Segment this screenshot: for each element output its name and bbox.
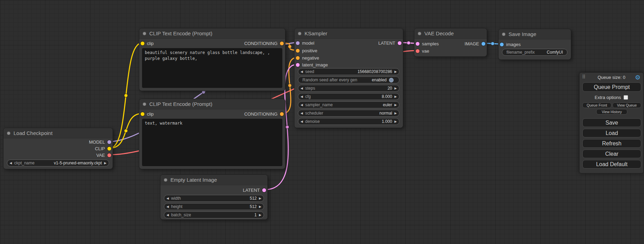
node-empty-latent-image[interactable]: Empty Latent Image LATENT ◀ width 512 ▶ … bbox=[160, 174, 268, 220]
input-dot-negative[interactable] bbox=[296, 56, 300, 60]
widget-scheduler[interactable]: ◀ scheduler normal ▶ bbox=[298, 110, 399, 117]
widget-seed[interactable]: ◀ seed 156680208700286 ▶ bbox=[298, 68, 399, 75]
view-queue-button[interactable]: View Queue bbox=[612, 102, 641, 108]
decrement-arrow-icon[interactable]: ◀ bbox=[164, 211, 171, 218]
node-title-bar[interactable]: KSampler bbox=[294, 28, 403, 39]
widget-label: sampler_name bbox=[305, 102, 333, 107]
queue-front-button[interactable]: Queue Front bbox=[582, 102, 611, 108]
increment-arrow-icon[interactable]: ▶ bbox=[392, 101, 399, 108]
slot-label: LATENT bbox=[243, 188, 260, 193]
increment-arrow-icon[interactable]: ▶ bbox=[257, 211, 264, 218]
decrement-arrow-icon[interactable]: ◀ bbox=[298, 101, 305, 108]
queue-size-label: Queue size: 0 bbox=[580, 75, 643, 80]
widget-label: denoise bbox=[305, 119, 320, 124]
refresh-button[interactable]: Refresh bbox=[582, 139, 641, 148]
input-dot-vae[interactable] bbox=[416, 49, 420, 53]
widget-denoise[interactable]: ◀ denoise 1.000 ▶ bbox=[298, 118, 399, 125]
settings-gear-icon[interactable]: ⚙ bbox=[635, 74, 641, 81]
widget-width[interactable]: ◀ width 512 ▶ bbox=[164, 195, 264, 202]
input-dot-samples[interactable] bbox=[416, 42, 420, 46]
node-graph-canvas[interactable]: { "colors": { "model": "#B39DDB", "clip"… bbox=[0, 0, 644, 244]
increment-arrow-icon[interactable]: ▶ bbox=[392, 93, 399, 100]
output-dot-vae[interactable] bbox=[107, 153, 111, 157]
decrement-arrow-icon[interactable]: ◀ bbox=[298, 68, 305, 75]
decrement-arrow-icon[interactable]: ◀ bbox=[164, 195, 171, 202]
node-vae-decode[interactable]: VAE Decode samples IMAGE vae bbox=[414, 28, 487, 57]
input-dot-model[interactable] bbox=[296, 41, 300, 45]
output-dot-latent[interactable] bbox=[262, 188, 266, 192]
input-dot-images[interactable] bbox=[500, 43, 504, 46]
output-dot-conditioning[interactable] bbox=[280, 42, 284, 45]
save-button[interactable]: Save bbox=[582, 118, 641, 127]
prompt-textarea[interactable]: beautiful scenery nature glass bottle la… bbox=[142, 48, 282, 88]
collapse-dot-icon[interactable] bbox=[7, 132, 10, 135]
decrement-arrow-icon[interactable]: ◀ bbox=[164, 203, 171, 210]
load-default-button[interactable]: Load Default bbox=[582, 160, 641, 169]
widget-batch-size[interactable]: ◀ batch_size 1 ▶ bbox=[164, 211, 264, 218]
output-slot-vae: VAE bbox=[96, 152, 111, 159]
input-slot-latent-image: latent_image bbox=[296, 61, 328, 68]
widget-random-seed-toggle[interactable]: Random seed after every gen enabled bbox=[298, 76, 399, 83]
increment-arrow-icon[interactable]: ▶ bbox=[257, 195, 264, 202]
widget-label: Random seed after every gen bbox=[302, 78, 357, 82]
slot-label: model bbox=[302, 40, 314, 46]
node-clip-text-encode-negative[interactable]: CLIP Text Encode (Prompt) clip CONDITION… bbox=[139, 99, 285, 169]
decrement-arrow-icon[interactable]: ◀ bbox=[298, 93, 305, 100]
output-dot-latent[interactable] bbox=[398, 41, 402, 45]
widget-label: height bbox=[171, 204, 183, 209]
increment-arrow-icon[interactable]: ▶ bbox=[257, 203, 264, 210]
collapse-dot-icon[interactable] bbox=[143, 102, 146, 106]
widget-cfg[interactable]: ◀ cfg 8.000 ▶ bbox=[298, 93, 399, 100]
output-dot-model[interactable] bbox=[107, 140, 111, 144]
node-title-bar[interactable]: VAE Decode bbox=[414, 28, 487, 39]
clear-button[interactable]: Clear bbox=[582, 150, 641, 158]
widget-label: filename_prefix bbox=[506, 50, 535, 55]
increment-arrow-icon[interactable]: ▶ bbox=[392, 68, 399, 75]
widget-height[interactable]: ◀ height 512 ▶ bbox=[164, 203, 264, 210]
extra-options-checkbox[interactable] bbox=[624, 95, 628, 100]
load-button[interactable]: Load bbox=[582, 129, 641, 137]
input-dot-positive[interactable] bbox=[296, 49, 300, 53]
decrement-arrow-icon[interactable]: ◀ bbox=[7, 160, 14, 166]
node-clip-text-encode-positive[interactable]: CLIP Text Encode (Prompt) clip CONDITION… bbox=[139, 28, 285, 91]
output-slot-clip: CLIP bbox=[95, 145, 111, 152]
toggle-dot-icon[interactable] bbox=[389, 78, 394, 82]
node-title-bar[interactable]: CLIP Text Encode (Prompt) bbox=[139, 99, 285, 109]
widget-value: 1.000 bbox=[382, 119, 392, 124]
decrement-arrow-icon[interactable]: ◀ bbox=[298, 118, 305, 125]
output-dot-image[interactable] bbox=[482, 42, 485, 46]
collapse-dot-icon[interactable] bbox=[502, 33, 505, 36]
decrement-arrow-icon[interactable]: ◀ bbox=[298, 85, 305, 92]
node-title-bar[interactable]: Empty Latent Image bbox=[160, 175, 267, 185]
widget-steps[interactable]: ◀ steps 20 ▶ bbox=[298, 85, 399, 92]
widget-label: width bbox=[171, 196, 181, 201]
output-dot-conditioning[interactable] bbox=[280, 112, 284, 116]
widget-ckpt-name[interactable]: ◀ ckpt_name v1-5-pruned-emaonly.ckpt ▶ bbox=[7, 160, 109, 166]
node-title-bar[interactable]: Load Checkpoint bbox=[3, 128, 113, 138]
collapse-dot-icon[interactable] bbox=[418, 32, 421, 35]
input-slot-vae: vae bbox=[416, 47, 429, 54]
input-dot-latent-image[interactable] bbox=[296, 63, 300, 67]
collapse-dot-icon[interactable] bbox=[164, 178, 167, 182]
node-load-checkpoint[interactable]: Load Checkpoint MODEL CLIP VAE ◀ ckpt_na… bbox=[3, 128, 113, 169]
node-title-bar[interactable]: CLIP Text Encode (Prompt) bbox=[139, 28, 285, 39]
increment-arrow-icon[interactable]: ▶ bbox=[102, 160, 109, 166]
increment-arrow-icon[interactable]: ▶ bbox=[392, 110, 399, 117]
input-dot-clip[interactable] bbox=[141, 42, 144, 45]
view-history-button[interactable]: View History bbox=[596, 109, 627, 115]
collapse-dot-icon[interactable] bbox=[143, 32, 146, 35]
widget-filename-prefix[interactable]: filename_prefix ComfyUI bbox=[502, 49, 567, 56]
node-title-bar[interactable]: Save Image bbox=[499, 29, 571, 39]
queue-prompt-button[interactable]: Queue Prompt bbox=[582, 82, 641, 92]
input-dot-clip[interactable] bbox=[141, 112, 144, 116]
increment-arrow-icon[interactable]: ▶ bbox=[392, 85, 399, 92]
widget-sampler-name[interactable]: ◀ sampler_name euler ▶ bbox=[298, 101, 399, 108]
node-title: KSampler bbox=[305, 30, 327, 36]
decrement-arrow-icon[interactable]: ◀ bbox=[298, 110, 305, 117]
increment-arrow-icon[interactable]: ▶ bbox=[392, 118, 399, 125]
prompt-textarea[interactable]: text, watermark bbox=[142, 119, 282, 166]
output-dot-clip[interactable] bbox=[107, 147, 111, 151]
node-save-image[interactable]: Save Image images filename_prefix ComfyU… bbox=[498, 29, 571, 60]
node-ksampler[interactable]: KSampler model positive negative latent_… bbox=[294, 28, 403, 128]
collapse-dot-icon[interactable] bbox=[298, 32, 301, 35]
